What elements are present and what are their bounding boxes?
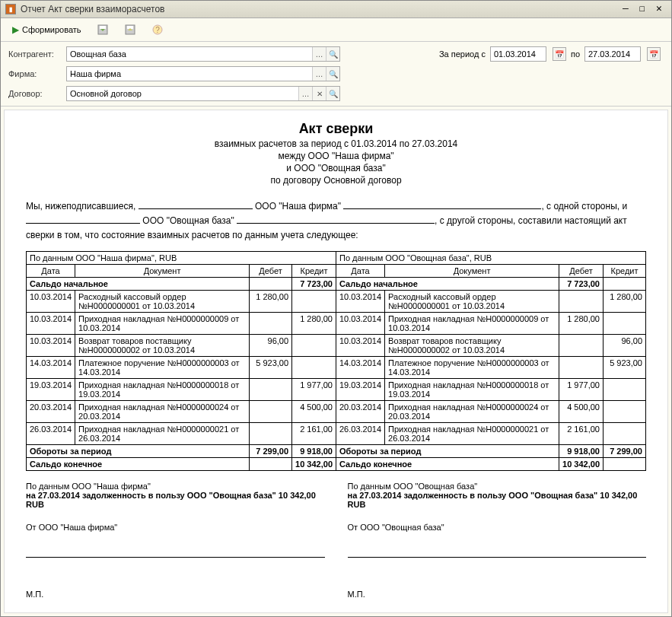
col-date: Дата — [27, 264, 75, 277]
cell-doc: Расходный кассовый ордер №Н0000000001 от… — [75, 290, 250, 312]
period-to-field[interactable] — [584, 46, 641, 62]
contract-input[interactable] — [67, 87, 298, 100]
cell-rd — [559, 356, 604, 378]
cell-ld: 5 923,00 — [250, 356, 292, 378]
generate-button[interactable]: ▶ Сформировать — [7, 22, 87, 37]
cell-date-r: 26.03.2014 — [336, 422, 385, 444]
doc-title: Акт сверки — [26, 121, 646, 137]
table-header-row: По данным ООО "Наша фирма", RUB По данны… — [27, 251, 646, 264]
blank-line — [343, 208, 541, 209]
minimize-button[interactable]: — — [618, 3, 633, 15]
cell-rd — [559, 290, 604, 312]
magnifier-icon: 🔍 — [329, 70, 338, 78]
cell-ld: 1 280,00 — [250, 290, 292, 312]
cell-date-r: 10.03.2014 — [336, 290, 385, 312]
cell-date: 14.03.2014 — [27, 356, 75, 378]
counterparty-lookup-button[interactable]: 🔍 — [326, 47, 339, 61]
cell-rc — [604, 312, 646, 334]
cell-doc-r: Возврат товаров поставщику №Н0000000002 … — [385, 334, 559, 356]
saldo-end-row: Сальдо конечное 10 342,00 Сальдо конечно… — [27, 457, 646, 470]
firm-select-button[interactable]: … — [312, 67, 326, 81]
firm-field[interactable]: … 🔍 — [66, 66, 340, 81]
report-body[interactable]: Акт сверки взаимных расчетов за период с… — [4, 110, 668, 613]
turn-rd: 9 918,00 — [559, 444, 604, 457]
cell-rc — [604, 422, 646, 444]
cell-doc-r: Расходный кассовый ордер №Н0000000001 от… — [385, 290, 559, 312]
period-to-input[interactable] — [585, 49, 640, 59]
mp-left: М.П. — [26, 590, 325, 599]
cell-date-r: 19.03.2014 — [336, 378, 385, 400]
turnover-row: Обороты за период 7 299,00 9 918,00 Обор… — [27, 444, 646, 457]
svg-rect-1 — [100, 26, 106, 29]
cell-lc — [292, 334, 336, 356]
play-icon: ▶ — [12, 24, 19, 35]
period-from-field[interactable] — [490, 46, 546, 62]
load-settings-button[interactable] — [119, 21, 142, 38]
contract-clear-button[interactable]: ✕ — [312, 87, 326, 100]
calendar-from-button[interactable]: 📅 — [553, 47, 566, 61]
window-title: Отчет Акт сверки взаиморасчетов — [21, 4, 616, 14]
foot-left-src: По данным ООО "Наша фирма" — [26, 482, 325, 491]
svg-text:?: ? — [155, 26, 160, 34]
cell-date: 19.03.2014 — [27, 378, 75, 400]
magnifier-icon: 🔍 — [329, 90, 338, 98]
cell-rc — [604, 400, 646, 422]
cell-lc: 4 500,00 — [292, 400, 336, 422]
counterparty-select-button[interactable]: … — [312, 47, 326, 61]
cell-rd: 1 280,00 — [559, 312, 604, 334]
cell-ld — [250, 378, 292, 400]
foot-right-src: По данным ООО "Овощная база" — [348, 482, 647, 491]
signature-line — [26, 547, 325, 558]
blank-line — [237, 223, 435, 224]
contract-select-button[interactable]: … — [298, 87, 312, 100]
generate-label: Сформировать — [22, 25, 81, 34]
table-row: 10.03.2014Возврат товаров поставщику №Н0… — [27, 334, 646, 356]
titlebar: ▮ Отчет Акт сверки взаиморасчетов — ☐ ✕ — [1, 1, 671, 18]
left-header: По данным ООО "Наша фирма", RUB — [27, 251, 336, 264]
save-settings-button[interactable] — [91, 21, 114, 38]
cell-doc: Приходная накладная №Н0000000021 от 26.0… — [75, 422, 250, 444]
cell-date: 10.03.2014 — [27, 334, 75, 356]
table-col-row: Дата Документ Дебет Кредит Дата Документ… — [27, 264, 646, 277]
close-button[interactable]: ✕ — [651, 3, 667, 15]
calendar-to-button[interactable]: 📅 — [647, 47, 661, 61]
turn-rc: 7 299,00 — [604, 444, 646, 457]
cell-date: 10.03.2014 — [27, 290, 75, 312]
firm-lookup-button[interactable]: 🔍 — [326, 67, 339, 81]
contract-label: Договор: — [8, 89, 62, 98]
load-icon — [124, 24, 136, 36]
period-from-input[interactable] — [491, 49, 546, 59]
foot-left-debt: на 27.03.2014 задолженность в пользу ООО… — [26, 491, 325, 509]
table-row: 20.03.2014Приходная накладная №Н00000000… — [27, 400, 646, 422]
cell-lc — [292, 356, 336, 378]
foot-right-debt: на 27.03.2014 задолженность в пользу ООО… — [348, 491, 647, 509]
col-debit: Дебет — [250, 264, 292, 277]
saldo-start-row: Сальдо начальное 7 723,00 Сальдо начальн… — [27, 277, 646, 290]
cell-ld — [250, 422, 292, 444]
help-icon: ? — [151, 24, 164, 36]
firm-input[interactable] — [67, 67, 312, 81]
counterparty-field[interactable]: … 🔍 — [66, 46, 340, 62]
cell-rc — [604, 378, 646, 400]
toolbar: ▶ Сформировать ? — [1, 18, 671, 42]
counterparty-input[interactable] — [67, 47, 312, 61]
contract-field[interactable]: … ✕ 🔍 — [66, 86, 340, 101]
cell-lc: 1 977,00 — [292, 378, 336, 400]
report-window: ▮ Отчет Акт сверки взаиморасчетов — ☐ ✕ … — [0, 0, 672, 617]
period-from-label: За период с — [439, 49, 486, 59]
contract-lookup-button[interactable]: 🔍 — [326, 87, 339, 100]
magnifier-icon: 🔍 — [329, 50, 338, 59]
pre-cp: ООО "Овощная база" — [142, 215, 234, 226]
cell-rd — [559, 334, 604, 356]
col-debit-r: Дебет — [559, 264, 604, 277]
help-button[interactable]: ? — [146, 21, 169, 38]
saldo-start-left: 7 723,00 — [292, 277, 336, 290]
signature-line — [348, 547, 647, 558]
cell-doc-r: Приходная накладная №Н0000000018 от 19.0… — [385, 378, 559, 400]
cell-doc: Возврат товаров поставщику №Н0000000002 … — [75, 334, 250, 356]
calendar-icon: 📅 — [649, 50, 658, 59]
cell-date-r: 20.03.2014 — [336, 400, 385, 422]
blank-line — [26, 223, 140, 224]
maximize-button[interactable]: ☐ — [635, 3, 650, 15]
cell-doc: Приходная накладная №Н0000000018 от 19.0… — [75, 378, 250, 400]
